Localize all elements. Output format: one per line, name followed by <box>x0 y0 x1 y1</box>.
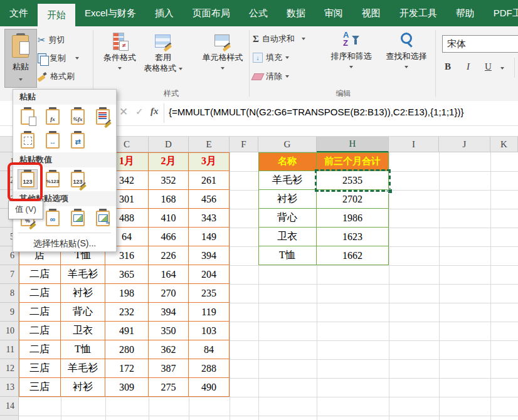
cell-G3[interactable]: 衬衫 <box>258 190 317 209</box>
font-name-combobox[interactable]: 宋体 <box>442 35 518 53</box>
cell-E6[interactable]: 394 <box>189 246 230 265</box>
cell-C7[interactable]: 365 <box>105 265 149 284</box>
copy-button[interactable]: 复制 <box>38 51 79 65</box>
paste-values-icon[interactable]: 123 <box>18 170 37 189</box>
paste-transpose-icon[interactable] <box>68 131 87 150</box>
paste-icon[interactable] <box>18 107 37 126</box>
cell-E10[interactable]: 103 <box>189 322 230 340</box>
column-header-G[interactable]: G <box>258 137 317 152</box>
cell-D7[interactable]: 164 <box>149 265 189 284</box>
underline-button[interactable]: U <box>485 61 492 72</box>
cell-C9[interactable]: 232 <box>105 303 149 322</box>
paste-keep-source-formatting-icon[interactable] <box>93 107 112 126</box>
cell-B10[interactable]: 卫衣 <box>61 322 105 340</box>
paste-formulas-number-formatting-icon[interactable]: %fx <box>68 107 87 126</box>
cell-E1[interactable]: 3月 <box>189 152 230 171</box>
paste-picture-icon[interactable] <box>68 209 87 228</box>
cell-D2[interactable]: 352 <box>149 171 189 190</box>
cell-E2[interactable]: 261 <box>189 171 230 190</box>
bold-button[interactable]: B <box>445 61 451 72</box>
cut-button[interactable]: 剪切 <box>38 33 65 47</box>
find-select-button[interactable]: 查找和选择 <box>379 29 434 71</box>
cell-G4[interactable]: 背心 <box>258 209 317 228</box>
cell-C12[interactable]: 172 <box>105 359 149 378</box>
chevron-down-icon[interactable] <box>500 67 504 70</box>
row-header-11[interactable]: 11 <box>0 340 19 359</box>
paste-no-borders-icon[interactable] <box>18 131 37 150</box>
paste-values-number-formatting-icon[interactable]: %123 <box>43 170 62 189</box>
row-header-14[interactable]: 14 <box>0 397 19 416</box>
paste-values-source-formatting-icon[interactable]: 123 <box>68 170 87 189</box>
tab-帮助[interactable]: 帮助 <box>447 0 484 26</box>
clear-button[interactable]: 清除 <box>253 70 289 83</box>
conditional-format-button[interactable]: 条件格式 <box>94 31 145 72</box>
cell-A13[interactable]: 三店 <box>19 378 61 397</box>
row-header-10[interactable]: 10 <box>0 322 19 340</box>
cell-styles-button[interactable]: 单元格样式 <box>198 31 248 72</box>
paste-special-item[interactable]: 选择性粘贴(S)... <box>13 236 116 251</box>
row-header-9[interactable]: 9 <box>0 303 19 322</box>
column-header-J[interactable]: J <box>439 137 490 152</box>
chevron-down-icon[interactable] <box>75 57 79 60</box>
cell-A12[interactable]: 三店 <box>19 359 61 378</box>
column-header-H[interactable]: H <box>317 137 389 152</box>
cell-E7[interactable]: 204 <box>189 265 230 284</box>
column-header-F[interactable]: F <box>230 137 258 152</box>
cell-B9[interactable]: 背心 <box>61 303 105 322</box>
tab-PDF工具集[interactable]: PDF工具集 <box>484 0 518 26</box>
cell-B8[interactable]: 衬衫 <box>61 284 105 303</box>
formula-input[interactable]: {=MMULT(MMULT(N(G2:G6=TRANSPOSE(B2:B13))… <box>169 107 517 117</box>
tab-Excel与财务[interactable]: Excel与财务 <box>75 0 145 26</box>
cell-A10[interactable]: 二店 <box>19 322 61 340</box>
column-header-E[interactable]: E <box>189 137 230 152</box>
cell-E4[interactable]: 343 <box>189 209 230 228</box>
column-header-K[interactable]: K <box>490 137 518 152</box>
cell-D11[interactable]: 362 <box>149 340 189 359</box>
cell-C8[interactable]: 198 <box>105 284 149 303</box>
chevron-down-icon[interactable] <box>302 38 305 40</box>
row-header-7[interactable]: 7 <box>0 265 19 284</box>
autosum-button[interactable]: 自动求和 <box>253 32 305 46</box>
cell-D6[interactable]: 226 <box>149 246 189 265</box>
cell-D13[interactable]: 275 <box>149 378 189 397</box>
tab-数据[interactable]: 数据 <box>277 0 315 26</box>
column-header-I[interactable]: I <box>389 137 439 152</box>
cell-C11[interactable]: 280 <box>105 340 149 359</box>
format-as-table-button[interactable]: 套用 表格格式 <box>139 31 187 73</box>
format-painter-button[interactable]: 格式刷 <box>38 70 75 83</box>
cell-E3[interactable]: 456 <box>189 190 230 209</box>
row-header-12[interactable]: 12 <box>0 359 19 378</box>
paste-link-icon[interactable] <box>43 209 62 228</box>
cell-D10[interactable]: 350 <box>149 322 189 340</box>
cell-E11[interactable]: 84 <box>189 340 230 359</box>
tab-视图[interactable]: 视图 <box>352 0 390 26</box>
cancel-icon[interactable]: ✕ <box>119 105 128 118</box>
column-header-D[interactable]: D <box>149 137 189 152</box>
italic-button[interactable]: I <box>467 61 470 72</box>
tab-开发工具[interactable]: 开发工具 <box>390 0 447 26</box>
cell-B13[interactable]: 衬衫 <box>61 378 105 397</box>
cell-C10[interactable]: 491 <box>105 322 149 340</box>
cell-E5[interactable]: 149 <box>189 228 230 246</box>
cell-A8[interactable]: 二店 <box>19 284 61 303</box>
tab-文件[interactable]: 文件 <box>0 0 38 26</box>
cell-G6[interactable]: T恤 <box>258 246 317 265</box>
fill-button[interactable]: 填充 <box>253 51 289 65</box>
tab-审阅[interactable]: 审阅 <box>315 0 352 26</box>
cell-G1[interactable]: 名称 <box>258 152 317 171</box>
cell-A9[interactable]: 二店 <box>19 303 61 322</box>
cell-H6[interactable]: 1662 <box>317 246 389 265</box>
cell-D4[interactable]: 410 <box>149 209 189 228</box>
enter-icon[interactable]: ✓ <box>135 106 144 117</box>
paste-formulas-icon[interactable]: fx <box>43 107 62 126</box>
cell-G2[interactable]: 羊毛衫 <box>258 171 317 190</box>
cell-B7[interactable]: 羊毛衫 <box>61 265 105 284</box>
cell-D8[interactable]: 270 <box>149 284 189 303</box>
chevron-down-icon[interactable] <box>285 75 289 78</box>
tab-开始[interactable]: 开始 <box>38 4 75 26</box>
cell-B12[interactable]: 羊毛衫 <box>61 359 105 378</box>
cell-A11[interactable]: 二店 <box>19 340 61 359</box>
cell-D3[interactable]: 168 <box>149 190 189 209</box>
paste-keep-column-widths-icon[interactable] <box>43 131 62 150</box>
cell-D1[interactable]: 2月 <box>149 152 189 171</box>
